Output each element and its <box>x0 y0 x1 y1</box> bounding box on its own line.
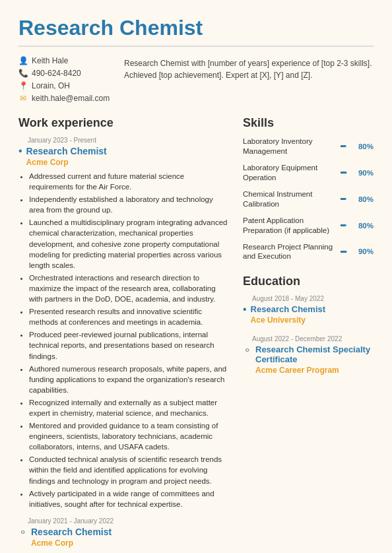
skill-label-3: Patent Application Preparation (if appli… <box>243 216 335 236</box>
skill-pct-4: 90% <box>352 247 374 255</box>
bullet-0-2: Launched a multidisciplinary program int… <box>29 217 230 270</box>
job-entry-1: January 2021 - January 2022 ⚬ Research C… <box>18 517 230 553</box>
edu-bullet-outline-1: ⚬ <box>243 344 251 356</box>
email-icon: ✉ <box>18 94 28 103</box>
contact-left: 👤 Keith Hale 📞 490-624-8420 📍 Lorain, OH… <box>18 56 124 103</box>
skill-bar-fill-2 <box>341 198 346 200</box>
skill-bar-fill-3 <box>341 224 346 226</box>
job-date-1: January 2021 - January 2022 <box>28 517 230 525</box>
edu-header-0: • Research Chemist Ace University <box>243 304 374 329</box>
work-section-title: Work experience <box>18 116 230 130</box>
edu-date-0: August 2018 - May 2022 <box>252 295 374 302</box>
edu-school-1: Acme Career Program <box>255 366 374 375</box>
contact-section: 👤 Keith Hale 📞 490-624-8420 📍 Lorain, OH… <box>18 56 374 103</box>
job-title-0: Research Chemist <box>26 146 230 156</box>
contact-city: Lorain, OH <box>32 81 70 90</box>
skill-bar-fill-0 <box>341 145 346 147</box>
bullet-outline-1: ⚬ <box>18 526 27 538</box>
bullet-0-8: Mentored and provided guidance to a team… <box>29 420 230 452</box>
header-divider <box>18 46 374 47</box>
bullet-0-10: Actively participated in a wide range of… <box>29 488 230 509</box>
bullet-0-4: Presented research results and innovativ… <box>29 306 230 327</box>
job-header-0: • Research Chemist Acme Corp <box>18 146 230 171</box>
skill-row-4: Research Project Planning and Execution … <box>243 242 374 262</box>
skill-bar-container-0 <box>341 145 347 147</box>
contact-email-item: ✉ keith.hale@email.com <box>18 94 124 103</box>
job-company-0: Acme Corp <box>26 158 230 167</box>
skill-row-0: Laboratory Inventory Management 80% <box>243 137 374 156</box>
job-date-0: January 2023 - Present <box>28 137 230 144</box>
edu-title-1: Research Chemist Specialty Certificate <box>255 344 374 364</box>
contact-city-item: 📍 Lorain, OH <box>18 81 124 90</box>
job-title-block-0: Research Chemist Acme Corp <box>26 146 230 171</box>
resume-title: Research Chemist <box>18 16 374 40</box>
bullet-0-3: Orchestrated interactions and research d… <box>29 273 230 304</box>
job-title-1: Research Chemist <box>31 527 230 537</box>
job-header-1: ⚬ Research Chemist Acme Corp <box>18 527 230 552</box>
work-experience-column: Work experience January 2023 - Present •… <box>18 116 230 553</box>
edu-header-1: ⚬ Research Chemist Specialty Certificate… <box>243 344 374 379</box>
skills-section-title: Skills <box>243 116 374 130</box>
skill-pct-3: 80% <box>352 222 374 230</box>
skill-label-2: Chemical Instrument Calibration <box>243 189 335 209</box>
skill-pct-0: 80% <box>352 143 374 150</box>
skill-label-4: Research Project Planning and Execution <box>243 242 335 262</box>
skills-section: Skills Laboratory Inventory Management 8… <box>243 116 374 261</box>
edu-title-block-0: Research Chemist Ace University <box>251 304 374 329</box>
bullet-0-1: Independently established a laboratory a… <box>29 194 230 215</box>
contact-phone: 490-624-8420 <box>32 69 81 78</box>
skill-row-1: Laboratory Equipment Operation 90% <box>243 163 374 183</box>
bullet-0-5: Produced peer-reviewed journal publicati… <box>29 329 230 361</box>
contact-phone-item: 📞 490-624-8420 <box>18 69 124 78</box>
person-icon: 👤 <box>18 56 28 65</box>
bullet-0-9: Conducted technical analysis of scientif… <box>29 454 230 486</box>
job-entry-0: January 2023 - Present • Research Chemis… <box>18 137 230 509</box>
edu-bullet-filled-0: • <box>243 304 247 315</box>
location-icon: 📍 <box>18 81 28 90</box>
two-col-layout: Work experience January 2023 - Present •… <box>18 116 374 553</box>
edu-entry-0: August 2018 - May 2022 • Research Chemis… <box>243 295 374 329</box>
contact-name-item: 👤 Keith Hale <box>18 56 124 65</box>
education-section: Education August 2018 - May 2022 • Resea… <box>243 275 374 379</box>
contact-summary: Research Chemist with [number of years] … <box>124 56 374 103</box>
edu-date-1: August 2022 - December 2022 <box>252 335 374 342</box>
skill-bar-fill-4 <box>341 251 346 253</box>
bullet-filled-0: • <box>18 145 22 157</box>
skill-row-3: Patent Application Preparation (if appli… <box>243 216 374 236</box>
skill-bar-fill-1 <box>341 172 346 174</box>
right-column: Skills Laboratory Inventory Management 8… <box>243 116 374 553</box>
job-title-block-1: Research Chemist Acme Corp <box>31 527 230 552</box>
skill-label-0: Laboratory Inventory Management <box>243 137 335 156</box>
bullet-0-6: Authored numerous research proposals, wh… <box>29 364 230 395</box>
skill-pct-2: 80% <box>352 195 374 203</box>
skill-bar-container-3 <box>341 224 347 226</box>
skill-bar-container-1 <box>341 172 347 174</box>
education-section-title: Education <box>243 275 374 288</box>
skill-bar-container-4 <box>341 251 347 253</box>
bullet-0-0: Addressed current and future material sc… <box>29 171 230 192</box>
phone-icon: 📞 <box>18 69 28 78</box>
job-bullets-0: Addressed current and future material sc… <box>18 171 230 509</box>
skill-bar-container-2 <box>341 198 347 200</box>
edu-entry-1: August 2022 - December 2022 ⚬ Research C… <box>243 335 374 379</box>
skill-pct-1: 90% <box>352 169 374 177</box>
contact-name: Keith Hale <box>32 56 68 65</box>
edu-title-block-1: Research Chemist Specialty Certificate A… <box>255 344 374 379</box>
edu-title-0: Research Chemist <box>251 304 374 314</box>
resume-page: Research Chemist 👤 Keith Hale 📞 490-624-… <box>0 0 392 553</box>
contact-email: keith.hale@email.com <box>32 94 110 103</box>
edu-school-0: Ace University <box>251 315 374 325</box>
skill-row-2: Chemical Instrument Calibration 80% <box>243 189 374 209</box>
job-company-1: Acme Corp <box>31 538 230 548</box>
skill-label-1: Laboratory Equipment Operation <box>243 163 335 183</box>
bullet-0-7: Recognized internally and externally as … <box>29 397 230 418</box>
